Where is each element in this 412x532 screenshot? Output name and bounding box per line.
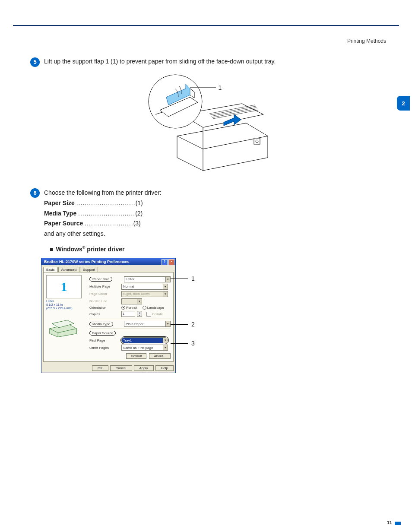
button-cancel[interactable]: Cancel — [110, 365, 132, 371]
tab-support[interactable]: Support — [80, 267, 98, 272]
combo-multiple-page[interactable]: Normal▾ — [121, 284, 168, 290]
step-bullet-6: 6 — [30, 188, 40, 198]
button-ok[interactable]: OK — [92, 365, 108, 371]
help-button-icon[interactable]: ? — [162, 259, 168, 265]
chevron-down-icon[interactable]: ▾ — [165, 321, 170, 326]
leader-2 — [171, 324, 188, 325]
label-paper-size: Paper Size — [89, 277, 112, 282]
setting-paper-size: Paper Size ............................(… — [44, 198, 386, 209]
button-default[interactable]: Default — [126, 353, 146, 359]
setting-paper-source: Paper Source .......................(3) — [44, 218, 386, 229]
leader-1 — [171, 279, 188, 279]
tab-advanced[interactable]: Advanced — [58, 267, 80, 272]
combo-media-type[interactable]: Plain Paper▾ — [124, 321, 171, 327]
section-header: Printing Methods — [347, 38, 386, 44]
row-multiple-page: Multiple Page Normal▾ — [89, 284, 171, 290]
paper-preview-caption: Letter 8 1/2 x 11 in (215.9 x 279.4 mm) — [46, 300, 89, 310]
combo-other-pages[interactable]: Same as First page▾ — [121, 345, 168, 351]
label-multiple-page: Multiple Page — [89, 285, 120, 288]
paper-preview: 1 — [46, 275, 82, 298]
step-bullet-5: 5 — [30, 57, 40, 67]
chevron-down-icon[interactable]: ▾ — [165, 277, 170, 282]
combo-page-order: Right, then Down▾ — [121, 291, 168, 297]
step-6-intro: Choose the following from the printer dr… — [44, 188, 386, 198]
input-copies[interactable]: 1 — [121, 311, 135, 317]
setting-media-type: Media Type ...........................(2… — [44, 209, 386, 219]
page-number-accent — [395, 522, 401, 525]
dialog-titlebar: Brother HL-2170W series Printing Prefere… — [41, 258, 175, 265]
row-border-line: Border Line ▾ — [89, 298, 171, 304]
step-5-text: Lift up the support flap 1 (1) to preven… — [44, 57, 386, 66]
combo-first-page[interactable]: Tray1▾ — [121, 337, 168, 343]
leader-label-1: 1 — [191, 275, 195, 282]
printer-svg — [138, 71, 281, 175]
button-about[interactable]: About... — [149, 353, 171, 359]
row-page-order: Page Order Right, then Down▾ — [89, 291, 171, 297]
row-orientation: Orientation Portrait Landscape — [89, 306, 171, 310]
step-6-outro: and any other settings. — [44, 229, 386, 239]
row-media-type: Media Type Plain Paper▾ — [89, 321, 171, 327]
label-first-page: First Page — [89, 339, 120, 342]
copies-spinner[interactable]: ▴▾ — [137, 311, 142, 317]
windows-driver-heading: ■Windows® printer driver — [50, 245, 386, 253]
step-5: 5 Lift up the support flap 1 (1) to prev… — [32, 57, 386, 67]
checkbox-collate — [146, 312, 151, 317]
row-paper-size: Paper Size Letter▾ — [89, 276, 171, 282]
label-copies: Copies — [89, 312, 120, 316]
figure-callout-1: 1 — [219, 84, 222, 91]
printer-icon — [46, 316, 80, 337]
page-number: 11 — [387, 520, 392, 525]
svg-rect-0 — [254, 138, 260, 144]
chapter-tab: 2 — [397, 96, 410, 111]
close-icon[interactable]: × — [168, 259, 174, 265]
button-help[interactable]: Help — [155, 365, 174, 371]
combo-border-line: ▾ — [121, 298, 142, 304]
label-paper-source-group: Paper Source — [89, 331, 116, 336]
chevron-down-icon[interactable]: ▾ — [163, 345, 168, 350]
radio-landscape[interactable] — [143, 306, 146, 310]
leader-label-2: 2 — [191, 321, 195, 328]
label-border-line: Border Line — [89, 299, 120, 303]
row-copies: Copies 1▴▾ Collate — [89, 311, 171, 317]
step-6: 6 Choose the following from the printer … — [32, 188, 386, 239]
header-rule — [13, 25, 399, 26]
dialog-tabs: Basic Advanced Support — [41, 265, 175, 272]
leader-label-3: 3 — [191, 340, 195, 347]
label-other-pages: Other Pages — [89, 346, 120, 350]
group-paper-source: Paper Source — [89, 331, 171, 336]
combo-paper-size[interactable]: Letter▾ — [124, 276, 171, 282]
dialog-title-text: Brother HL-2170W series Printing Prefere… — [44, 260, 130, 264]
label-page-order: Page Order — [89, 292, 120, 296]
label-orientation: Orientation — [89, 306, 120, 310]
tab-basic[interactable]: Basic — [43, 267, 58, 272]
row-other-pages: Other Pages Same as First page▾ — [89, 345, 171, 351]
dialog-screenshot: Brother HL-2170W series Printing Prefere… — [41, 258, 201, 373]
chevron-down-icon[interactable]: ▾ — [163, 284, 168, 289]
radio-portrait[interactable] — [121, 306, 125, 310]
printing-preferences-dialog: Brother HL-2170W series Printing Prefere… — [41, 258, 176, 373]
printer-illustration: 1 — [138, 71, 281, 175]
row-first-page: First Page Tray1▾ — [89, 337, 171, 343]
label-media-type: Media Type — [89, 322, 113, 326]
leader-3 — [171, 343, 188, 344]
button-apply[interactable]: Apply — [134, 365, 154, 371]
chevron-down-icon[interactable]: ▾ — [163, 338, 168, 343]
